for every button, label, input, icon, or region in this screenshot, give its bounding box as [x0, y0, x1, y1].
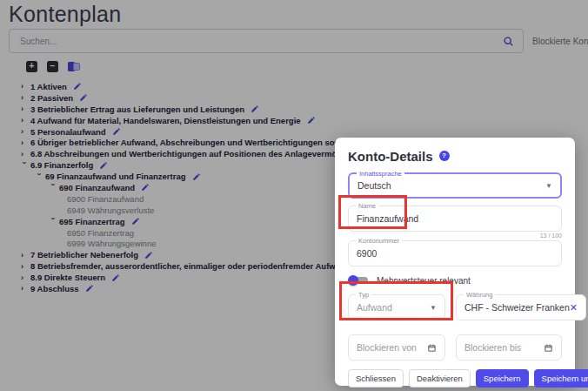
chevron-right-icon[interactable]: › — [21, 284, 30, 293]
search-input[interactable] — [18, 36, 503, 47]
clear-currency-icon[interactable]: ✕ — [570, 302, 578, 313]
edit-icon[interactable] — [144, 251, 153, 260]
content-language-select[interactable]: Inhaltssprache Deutsch ▼ — [348, 172, 562, 199]
calendar-icon[interactable] — [544, 343, 553, 353]
edit-icon[interactable] — [85, 284, 94, 293]
name-field[interactable]: Name Finanzaufwand — [348, 206, 562, 232]
chevron-right-icon[interactable]: › — [21, 93, 30, 102]
blocked-accounts-toggle-label[interactable]: Blockierte Konten anzeigen — [532, 37, 588, 46]
chevron-right-icon[interactable]: › — [21, 82, 30, 91]
edit-icon[interactable] — [79, 93, 88, 102]
dialog-title: Konto-Details — [348, 149, 433, 164]
app-window: Kontenplan Blockierte Konten anzeigen + … — [0, 0, 588, 391]
edit-icon[interactable] — [307, 116, 316, 125]
collapse-all-button[interactable]: − — [47, 61, 58, 72]
tree-node[interactable]: ›3 Betrieblicher Ertrag aus Lieferungen … — [21, 104, 588, 115]
chevron-right-icon[interactable]: › — [21, 116, 30, 125]
chevron-right-icon[interactable]: › — [21, 150, 30, 158]
tree-node[interactable]: ›5 Personalaufwand — [21, 126, 588, 138]
calendar-icon[interactable] — [427, 343, 437, 353]
chevron-down-icon[interactable]: › — [49, 218, 57, 227]
search-bar[interactable] — [9, 29, 524, 53]
vat-toggle-row: Mehrwertsteuer relevant — [348, 275, 562, 286]
edit-icon[interactable] — [251, 104, 259, 113]
block-to-datepicker[interactable]: Blockieren bis — [456, 334, 562, 361]
save-button[interactable]: Speichern — [476, 369, 529, 388]
tree-toolbar: + − — [26, 61, 81, 72]
account-details-dialog: Konto-Details ? Inhaltssprache Deutsch ▼… — [335, 138, 575, 386]
chevron-right-icon[interactable]: › — [21, 262, 30, 271]
chevron-right-icon[interactable]: › — [21, 251, 30, 260]
tree-node[interactable]: ›4 Aufwand für Material, Handelswaren, D… — [21, 115, 588, 126]
chevron-down-icon[interactable]: › — [35, 172, 43, 182]
edit-icon[interactable] — [192, 172, 201, 181]
edit-icon[interactable] — [73, 82, 82, 91]
vat-toggle[interactable] — [348, 275, 369, 286]
chevron-right-icon[interactable]: › — [21, 273, 30, 282]
edit-icon[interactable] — [131, 217, 140, 226]
chevron-down-icon[interactable]: › — [20, 161, 29, 171]
chevron-down-icon[interactable]: › — [49, 184, 57, 193]
edit-icon[interactable] — [112, 127, 121, 136]
dropdown-arrow-icon: ▼ — [430, 304, 437, 312]
dialog-title-row: Konto-Details ? — [348, 149, 562, 163]
deactivate-button[interactable]: Deaktivieren — [409, 369, 471, 388]
account-number-field[interactable]: Kontonummer 6900 — [348, 240, 562, 266]
tree-node[interactable]: ›2 Passiven — [21, 92, 588, 104]
type-select[interactable]: Typ Aufwand ▼ — [348, 294, 445, 320]
edit-icon[interactable] — [111, 273, 120, 282]
dialog-actions: Schliessen Deaktivieren Speichern Speich… — [348, 369, 562, 388]
save-and-close-button[interactable]: Speichern und Schliessen — [534, 369, 588, 388]
currency-field[interactable]: Währung CHF - Schweizer Franken ✕ — [456, 294, 586, 320]
block-from-datepicker[interactable]: Blockieren von — [348, 334, 445, 361]
close-button[interactable]: Schliessen — [348, 369, 404, 388]
chevron-right-icon[interactable]: › — [21, 104, 30, 113]
help-icon[interactable]: ? — [439, 151, 450, 161]
dropdown-arrow-icon: ▼ — [545, 182, 552, 190]
expand-all-button[interactable]: + — [26, 61, 37, 72]
page-title: Kontenplan — [9, 2, 122, 27]
chevron-right-icon[interactable]: › — [21, 138, 30, 147]
edit-icon[interactable] — [141, 183, 150, 192]
tree-node[interactable]: ›1 Aktiven — [21, 81, 588, 92]
excel-export-icon[interactable] — [68, 61, 81, 72]
chevron-right-icon[interactable]: › — [21, 127, 30, 136]
search-icon[interactable] — [503, 36, 514, 47]
edit-icon[interactable] — [99, 161, 108, 170]
vat-toggle-label: Mehrwertsteuer relevant — [377, 276, 471, 286]
